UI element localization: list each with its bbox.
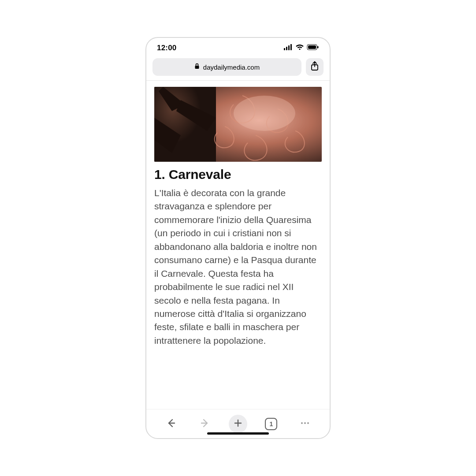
page-content[interactable]: 1. Carnevale L'Italia è decorata con la … — [146, 81, 330, 409]
status-icons — [284, 44, 319, 52]
svg-rect-0 — [284, 48, 285, 50]
svg-point-11 — [234, 96, 295, 131]
forward-button[interactable] — [195, 414, 215, 434]
share-icon — [310, 61, 319, 73]
back-button[interactable] — [161, 414, 181, 434]
address-domain: daydailymedia.com — [203, 63, 260, 71]
arrow-left-icon — [165, 417, 177, 431]
battery-icon — [307, 44, 319, 52]
article-body: L'Italia è decorata con la grande strava… — [154, 186, 322, 347]
status-bar: 12:00 — [146, 38, 330, 58]
svg-point-14 — [307, 422, 309, 424]
plus-icon — [234, 419, 242, 429]
tabs-count-badge: 1 — [265, 418, 277, 430]
lock-icon — [194, 63, 200, 71]
article-hero-image — [154, 87, 322, 162]
home-indicator[interactable] — [207, 432, 269, 435]
svg-point-12 — [301, 422, 303, 424]
address-bar-row: daydailymedia.com — [146, 58, 330, 80]
svg-point-13 — [304, 422, 306, 424]
tabs-button[interactable]: 1 — [261, 414, 281, 434]
svg-rect-7 — [195, 66, 199, 69]
phone-frame: 12:00 daydailymedia.com — [145, 37, 331, 439]
svg-rect-2 — [288, 45, 290, 50]
svg-rect-5 — [308, 45, 316, 49]
cellular-icon — [284, 44, 293, 52]
status-time: 12:00 — [157, 44, 176, 52]
svg-rect-6 — [317, 46, 319, 48]
arrow-right-icon — [199, 417, 211, 431]
svg-rect-1 — [286, 47, 287, 50]
article-heading: 1. Carnevale — [154, 167, 322, 182]
wifi-icon — [295, 44, 304, 52]
menu-button[interactable] — [295, 414, 315, 434]
stage: 12:00 daydailymedia.com — [0, 0, 476, 476]
share-button[interactable] — [306, 58, 324, 76]
new-tab-button[interactable] — [229, 415, 247, 433]
more-icon — [300, 418, 310, 430]
address-bar[interactable]: daydailymedia.com — [152, 58, 301, 76]
svg-rect-3 — [290, 44, 292, 50]
